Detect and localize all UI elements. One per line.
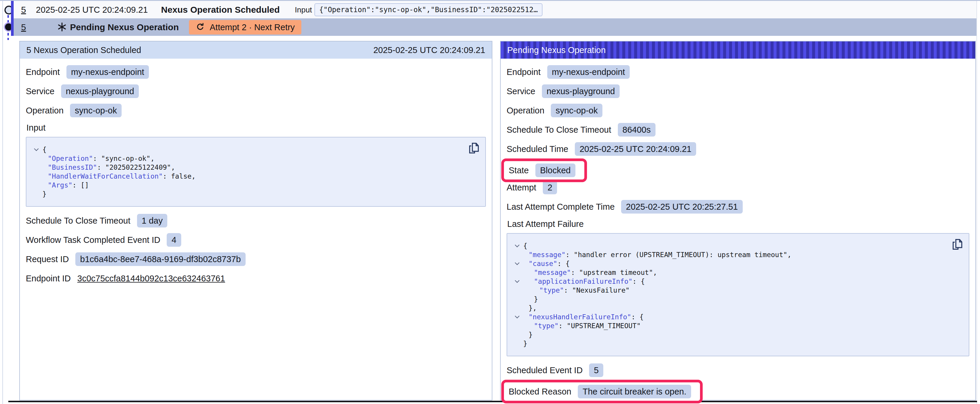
event-input-preview-chip[interactable]: {"Operation":"sync-op-ok","BusinessID":"… <box>314 3 542 16</box>
event-id-link[interactable]: 5 <box>21 22 26 32</box>
code-gutter <box>30 163 42 172</box>
pending-operation-title: Pending Nexus Operation <box>70 22 179 32</box>
retry-attempt-badge: Attempt 2 · Next Retry <box>189 20 301 34</box>
code-line-text: "cause": { <box>528 259 570 268</box>
blocked-reason-value-chip: The circuit breaker is open. <box>578 385 691 398</box>
pending-operation-header: Pending Nexus Operation <box>501 41 975 59</box>
last-attempt-failure-label: Last Attempt Failure <box>507 219 969 229</box>
event-details-body: Endpoint my-nexus-endpoint Service nexus… <box>20 59 492 297</box>
field-label: Service <box>26 87 54 96</box>
event-title: Nexus Operation Scheduled <box>161 5 280 15</box>
collapse-chevron-icon[interactable] <box>511 312 523 322</box>
field-label: Workflow Task Completed Event ID <box>26 235 160 245</box>
field-last-attempt-complete-time: Last Attempt Complete Time 2025-02-25 UT… <box>507 200 969 214</box>
selected-event-indicator-bar <box>11 1 14 36</box>
pending-asterisk-icon <box>57 22 67 33</box>
field-value-chip: sync-op-ok <box>70 104 122 117</box>
field-label: Attempt <box>507 183 536 193</box>
input-section-label: Input <box>26 123 486 133</box>
field-value-chip: my-nexus-endpoint <box>67 65 149 79</box>
timeline-connector-dashed <box>7 33 9 40</box>
field-service: Service nexus-playground <box>507 84 969 98</box>
endpoint-id-link[interactable]: 3c0c75ccfa8144b092c13ce632463761 <box>77 274 225 284</box>
field-operation: Operation sync-op-ok <box>26 104 486 117</box>
event-id-link[interactable]: 5 <box>21 5 26 15</box>
retry-badge-label: Attempt 2 · Next Retry <box>210 22 295 32</box>
field-value-chip: nexus-playground <box>61 84 139 98</box>
field-workflow-task-completed-event-id: Workflow Task Completed Event ID 4 <box>26 233 486 247</box>
vertical-scrollbar-track[interactable] <box>977 1 980 404</box>
field-label: Operation <box>26 106 64 116</box>
field-label: State <box>509 166 529 175</box>
field-blocked-reason-annotated: Blocked Reason The circuit breaker is op… <box>501 380 703 403</box>
collapse-chevron-icon[interactable] <box>30 145 42 154</box>
field-label: Schedule To Close Timeout <box>507 125 611 135</box>
code-gutter <box>30 181 42 190</box>
event-details-header-title: 5 Nexus Operation Scheduled <box>26 45 141 55</box>
workflow-event-history-view: 5 2025-02-25 UTC 20:24:09.21 Nexus Opera… <box>0 0 980 404</box>
code-line-text: "type": "NexusFailure" <box>539 286 630 295</box>
code-gutter <box>511 268 523 277</box>
code-line-text: } <box>534 295 538 304</box>
code-line-text: "HandlerWaitForCancellation": false, <box>48 172 196 181</box>
input-json-block: {"Operation": "sync-op-ok","BusinessID":… <box>26 137 486 207</box>
field-label: Last Attempt Complete Time <box>507 202 614 212</box>
pending-operation-body: Endpoint my-nexus-endpoint Service nexus… <box>501 59 975 404</box>
pending-nexus-operation-row[interactable]: 5 Pending Nexus Operation Attempt 2 · Ne… <box>14 18 977 36</box>
field-label: Service <box>507 87 535 96</box>
event-details-header: 5 Nexus Operation Scheduled 2025-02-25 U… <box>20 41 492 59</box>
field-value-chip: 86400s <box>618 123 655 136</box>
code-gutter <box>511 330 523 339</box>
field-attempt: Attempt 2 <box>507 181 969 194</box>
code-gutter <box>511 339 523 348</box>
field-label: Scheduled Event ID <box>507 366 582 375</box>
code-gutter <box>511 304 523 312</box>
field-operation: Operation sync-op-ok <box>507 104 969 117</box>
code-line-text: }, <box>528 304 537 312</box>
event-input-label: Input <box>295 5 312 14</box>
field-label: Endpoint ID <box>26 274 71 284</box>
failure-json-block: {"message": "handler error (UPSTREAM_TIM… <box>507 233 969 356</box>
expanded-row-bottom-border <box>8 401 977 402</box>
code-line-text: "applicationFailureInfo": { <box>534 277 645 286</box>
event-timestamp: 2025-02-25 UTC 20:24:09.21 <box>36 5 148 14</box>
event-details-panel: 5 Nexus Operation Scheduled 2025-02-25 U… <box>19 41 492 401</box>
collapse-chevron-icon[interactable] <box>511 277 523 286</box>
event-details-header-timestamp: 2025-02-25 UTC 20:24:09.21 <box>374 45 485 55</box>
field-value-chip: my-nexus-endpoint <box>547 65 630 79</box>
collapse-chevron-icon[interactable] <box>511 259 523 268</box>
code-line-text: { <box>42 145 46 154</box>
field-state-annotated: State Blocked <box>501 158 587 182</box>
field-label: Endpoint <box>26 67 60 77</box>
timeline-connector-dashed <box>7 15 9 23</box>
copy-icon[interactable] <box>468 142 480 155</box>
code-line-text: "message": "upstream timeout", <box>534 268 657 277</box>
code-line-text: "message": "handler error (UPSTREAM_TIME… <box>528 250 791 259</box>
field-label: Endpoint <box>507 67 541 77</box>
code-gutter <box>511 322 523 330</box>
field-service: Service nexus-playground <box>26 84 486 98</box>
code-line-text: { <box>523 241 527 250</box>
field-value-chip: b1c6a4bc-8ee7-468a-9169-df3b02c8737b <box>75 252 246 266</box>
field-label: Blocked Reason <box>509 387 571 397</box>
code-line-text: "Operation": "sync-op-ok", <box>48 154 154 163</box>
code-line-text: } <box>528 330 533 339</box>
event-row-nexus-operation-scheduled[interactable]: 5 2025-02-25 UTC 20:24:09.21 Nexus Opera… <box>14 1 977 18</box>
field-endpoint: Endpoint my-nexus-endpoint <box>26 65 486 79</box>
field-value-chip: 2025-02-25 UTC 20:24:09.21 <box>575 142 696 156</box>
retry-icon <box>196 22 205 32</box>
code-line-text: "type": "UPSTREAM_TIMEOUT" <box>534 322 641 330</box>
code-line-text: "Args": [] <box>48 181 89 190</box>
code-gutter <box>511 250 523 259</box>
code-gutter <box>30 154 42 163</box>
field-scheduled-event-id: Scheduled Event ID 5 <box>507 363 969 377</box>
field-endpoint: Endpoint my-nexus-endpoint <box>507 65 969 79</box>
copy-icon[interactable] <box>951 238 963 251</box>
collapse-chevron-icon[interactable] <box>511 241 523 250</box>
pending-operation-panel: Pending Nexus Operation Endpoint my-nexu… <box>500 41 976 401</box>
field-value-chip: 1 day <box>137 214 168 228</box>
code-gutter <box>511 286 523 295</box>
code-line-text: "BusinessID": "20250225122409", <box>48 163 175 172</box>
field-label: Scheduled Time <box>507 144 568 154</box>
left-edge-divider <box>2 1 3 404</box>
